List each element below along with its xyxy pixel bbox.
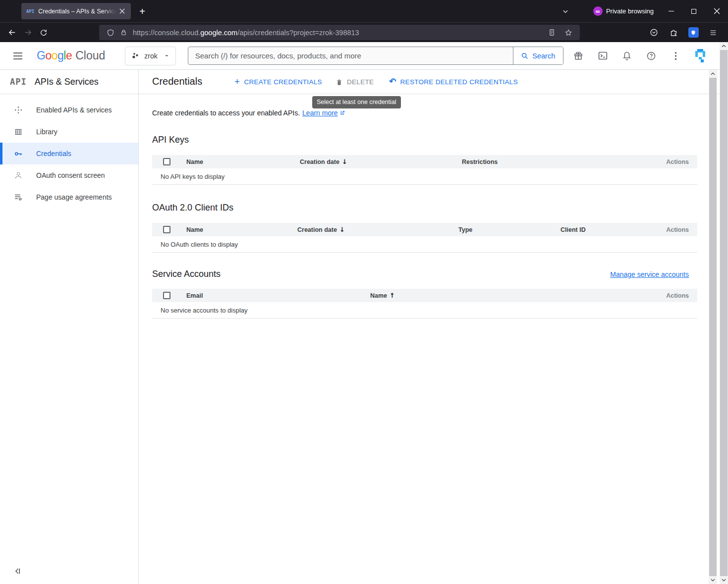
- delete-label: DELETE: [347, 78, 374, 86]
- credentials-toolbar: Credentials + CREATE CREDENTIALS DELETE …: [139, 70, 728, 94]
- col-restrictions[interactable]: Restrictions: [462, 159, 658, 165]
- project-caret-icon: [164, 53, 169, 58]
- scroll-down-icon[interactable]: [709, 576, 717, 584]
- list-gear-icon: [14, 193, 23, 202]
- logo-letter: o: [52, 49, 57, 62]
- consent-person-icon: [14, 171, 23, 180]
- reader-view-icon[interactable]: [545, 26, 558, 39]
- search-input[interactable]: [188, 47, 513, 64]
- nav-menu-hamburger-icon[interactable]: [9, 47, 27, 65]
- reload-button-icon[interactable]: [36, 25, 52, 40]
- select-all-checkbox[interactable]: [163, 158, 170, 165]
- search-button[interactable]: Search: [513, 47, 563, 64]
- restore-deleted-credentials-button[interactable]: ↶ RESTORE DELETED CREDENTIALS: [389, 70, 518, 94]
- gcloud-header: G o o g l e Cloud zrok Search: [0, 42, 728, 70]
- project-icon: [131, 52, 140, 60]
- api-keys-table-header: Name Creation date ↓ Restrictions Action…: [152, 155, 697, 168]
- browser-window: API Credentials – APIs & Services – z + …: [0, 0, 728, 584]
- col-email[interactable]: Email: [186, 292, 370, 299]
- oauth-clients-heading: OAuth 2.0 Client IDs: [152, 203, 717, 213]
- minimize-button[interactable]: [660, 0, 682, 22]
- collapse-sidebar-icon[interactable]: [14, 567, 23, 576]
- service-accounts-heading: Service Accounts: [152, 269, 221, 279]
- cloud-shell-icon[interactable]: [597, 51, 608, 61]
- col-name-label: Name: [370, 292, 387, 299]
- tab-close-icon[interactable]: [117, 6, 127, 16]
- user-avatar[interactable]: [694, 49, 706, 62]
- learn-more-link[interactable]: Learn more: [302, 109, 345, 117]
- api-keys-table: Name Creation date ↓ Restrictions Action…: [152, 155, 697, 185]
- sidebar-nav: Enabled APIs & services Library Credenti…: [0, 94, 138, 208]
- col-creation-label: Creation date: [300, 159, 339, 165]
- create-credentials-button[interactable]: + CREATE CREDENTIALS: [234, 70, 322, 94]
- oauth-clients-table: Name Creation date ↓ Type Client ID Acti…: [152, 223, 697, 253]
- col-actions: Actions: [658, 159, 697, 165]
- scrollbar-thumb[interactable]: [720, 50, 728, 576]
- forward-button-icon[interactable]: [20, 25, 36, 40]
- maximize-button[interactable]: [682, 0, 705, 22]
- search-button-label: Search: [532, 52, 555, 60]
- scroll-up-icon[interactable]: [720, 42, 728, 50]
- url-text: https://console.cloud.google.com/apis/cr…: [133, 29, 359, 37]
- sidebar-item-label: OAuth consent screen: [36, 171, 105, 179]
- sidebar-item-oauth-consent[interactable]: OAuth consent screen: [0, 164, 138, 186]
- select-all-checkbox[interactable]: [163, 226, 170, 233]
- sidebar-item-page-usage[interactable]: Page usage agreements: [0, 186, 138, 208]
- col-client-id[interactable]: Client ID: [560, 226, 658, 233]
- trash-icon: [336, 78, 343, 86]
- logo-cloud-text: Cloud: [75, 49, 105, 62]
- browser-navbar: https://console.cloud.google.com/apis/cr…: [0, 22, 728, 42]
- pocket-icon[interactable]: [646, 25, 662, 40]
- help-icon[interactable]: [646, 51, 657, 61]
- page-content: API APIs & Services Enabled APIs & servi…: [0, 70, 728, 584]
- content-scrollbar[interactable]: [709, 70, 717, 584]
- google-cloud-logo[interactable]: G o o g l e Cloud: [37, 49, 105, 62]
- sidebar-item-enabled-apis[interactable]: Enabled APIs & services: [0, 99, 138, 121]
- api-keys-empty-row: No API keys to display: [152, 168, 697, 185]
- browser-tab[interactable]: API Credentials – APIs & Services – z: [21, 3, 131, 19]
- main-panel: Credentials + CREATE CREDENTIALS DELETE …: [139, 70, 728, 584]
- bitwarden-extension-icon[interactable]: [685, 25, 701, 40]
- create-credentials-label: CREATE CREDENTIALS: [244, 78, 322, 86]
- url-bar[interactable]: https://console.cloud.google.com/apis/cr…: [99, 25, 580, 40]
- undo-icon: ↶: [389, 77, 396, 86]
- col-name[interactable]: Name: [186, 226, 297, 233]
- scrollbar-thumb[interactable]: [709, 78, 717, 576]
- header-checkbox-cell: [152, 292, 186, 299]
- col-creation-date[interactable]: Creation date ↓: [300, 158, 462, 165]
- list-tabs-chevron-icon[interactable]: [558, 4, 573, 19]
- private-browsing-label: Private browsing: [606, 7, 654, 15]
- col-name[interactable]: Name: [186, 159, 300, 165]
- close-window-button[interactable]: [705, 0, 728, 22]
- delete-button[interactable]: DELETE: [336, 70, 374, 94]
- project-picker[interactable]: zrok: [125, 47, 175, 65]
- logo-letter: g: [57, 49, 63, 62]
- logo-letter: G: [37, 49, 45, 62]
- intro-text: Create credentials to access your enable…: [152, 109, 300, 117]
- window-scrollbar[interactable]: [720, 42, 728, 584]
- more-options-kebab-icon[interactable]: [670, 51, 681, 61]
- col-creation-date[interactable]: Creation date ↓: [297, 226, 458, 233]
- tooltip-select-credential: Select at least one credential: [312, 96, 401, 108]
- col-type[interactable]: Type: [458, 226, 560, 233]
- manage-service-accounts-link[interactable]: Manage service accounts: [610, 270, 689, 278]
- extensions-puzzle-icon[interactable]: [666, 25, 681, 40]
- gift-icon[interactable]: [573, 51, 584, 61]
- col-name[interactable]: Name ↑: [370, 292, 658, 299]
- sidebar-item-library[interactable]: Library: [0, 121, 138, 143]
- tracking-shield-icon[interactable]: [104, 26, 117, 39]
- library-columns-icon: [14, 127, 23, 136]
- scroll-down-icon[interactable]: [720, 576, 728, 584]
- new-tab-button[interactable]: +: [135, 4, 150, 19]
- notifications-bell-icon[interactable]: [621, 51, 632, 61]
- sidebar: API APIs & Services Enabled APIs & servi…: [0, 70, 139, 584]
- bookmark-star-icon[interactable]: [562, 26, 575, 39]
- sidebar-item-label: Credentials: [36, 150, 71, 158]
- sidebar-item-credentials[interactable]: Credentials: [0, 143, 138, 164]
- main-body: Create credentials to access your enable…: [139, 94, 728, 319]
- app-menu-icon[interactable]: [705, 25, 721, 40]
- back-button-icon[interactable]: [4, 25, 20, 40]
- scroll-up-icon[interactable]: [709, 70, 717, 78]
- lock-icon[interactable]: [117, 26, 130, 39]
- select-all-checkbox[interactable]: [163, 292, 170, 299]
